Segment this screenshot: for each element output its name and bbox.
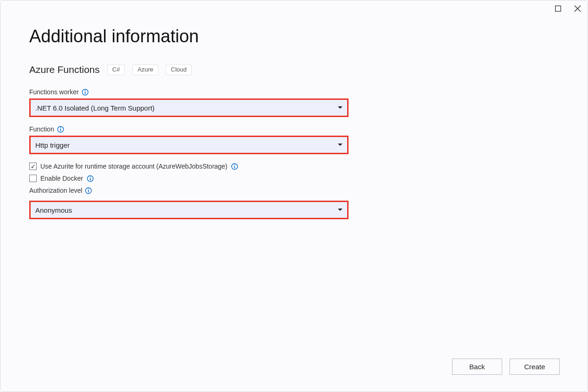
auth-select[interactable]: Anonymous <box>29 201 349 219</box>
svg-rect-15 <box>88 189 89 189</box>
worker-label: Functions worker <box>29 88 79 96</box>
chevron-down-icon <box>338 106 342 109</box>
close-icon[interactable] <box>574 5 581 12</box>
project-subheading: Azure Functions C# Azure Cloud <box>29 64 559 75</box>
worker-select[interactable]: .NET 6.0 Isolated (Long Term Support) <box>29 98 349 117</box>
info-icon[interactable] <box>231 163 238 170</box>
docker-checkbox[interactable] <box>29 175 37 182</box>
chevron-down-icon <box>338 209 342 211</box>
back-button[interactable]: Back <box>452 359 502 375</box>
svg-rect-14 <box>88 190 89 192</box>
auth-label: Authorization level <box>29 187 82 194</box>
docker-label: Enable Docker <box>40 175 83 182</box>
project-name: Azure Functions <box>29 64 100 75</box>
chevron-down-icon <box>338 144 342 146</box>
azurite-checkbox[interactable] <box>29 163 37 170</box>
worker-value: .NET 6.0 Isolated (Long Term Support) <box>35 104 155 112</box>
function-select[interactable]: Http trigger <box>29 136 349 154</box>
svg-rect-12 <box>90 176 91 177</box>
info-icon[interactable] <box>87 175 94 182</box>
info-icon[interactable] <box>82 89 89 96</box>
svg-rect-8 <box>234 166 235 168</box>
info-icon[interactable] <box>85 187 92 194</box>
tag: C# <box>107 65 125 75</box>
tag: Azure <box>132 65 158 75</box>
tag: Cloud <box>166 65 192 75</box>
svg-rect-2 <box>84 91 85 94</box>
svg-rect-5 <box>60 129 61 131</box>
svg-rect-9 <box>234 164 235 165</box>
auth-value: Anonymous <box>35 206 72 214</box>
svg-rect-6 <box>60 127 61 128</box>
info-icon[interactable] <box>57 126 64 133</box>
maximize-icon[interactable] <box>555 6 561 12</box>
svg-rect-0 <box>556 6 561 12</box>
azurite-label: Use Azurite for runtime storage account … <box>40 163 227 170</box>
create-button[interactable]: Create <box>510 359 560 375</box>
function-label: Function <box>29 125 54 133</box>
page-title: Additional information <box>29 26 559 46</box>
svg-rect-11 <box>90 178 91 180</box>
function-value: Http trigger <box>35 141 70 149</box>
svg-rect-3 <box>84 90 85 91</box>
